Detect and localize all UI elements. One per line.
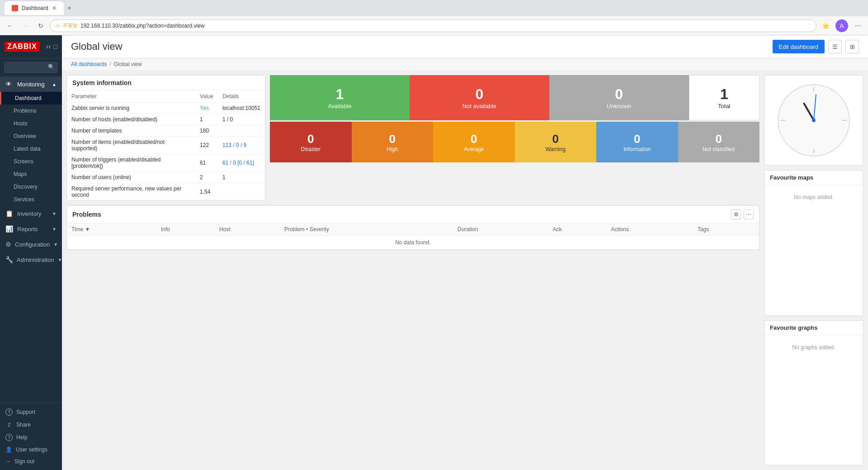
sidebar-item-reports[interactable]: 📊 Reports ▼ bbox=[0, 221, 62, 237]
sidebar-collapse-icon[interactable]: ‹‹ bbox=[46, 43, 51, 51]
problems-settings-icon[interactable]: ⚙ bbox=[731, 209, 741, 219]
sign-out-icon: → bbox=[5, 458, 11, 465]
refresh-button[interactable]: ↻ bbox=[34, 19, 47, 32]
sidebar-item-screens[interactable]: Screens bbox=[0, 155, 62, 168]
tile-label: Not available bbox=[462, 103, 496, 109]
configuration-arrow-icon: ▼ bbox=[53, 242, 58, 247]
host-availability-tiles: 1Available0Not available0Unknown1Total bbox=[270, 75, 760, 120]
sidebar-item-problems[interactable]: Problems bbox=[0, 104, 62, 117]
problems-col-problem---severity: Problem • Severity bbox=[280, 223, 453, 236]
grid-view-icon[interactable]: ⊞ bbox=[845, 40, 859, 53]
inventory-label: Inventory bbox=[17, 210, 41, 217]
sidebar-item-services[interactable]: Services bbox=[0, 193, 62, 206]
favourite-maps-title: Favourite maps bbox=[764, 171, 863, 185]
problems-col-info: Info bbox=[156, 223, 215, 236]
table-row: Number of items (enabled/disabled/not su… bbox=[67, 137, 265, 154]
problems-more-icon[interactable]: ⋯ bbox=[744, 209, 754, 219]
sidebar-item-sign-out[interactable]: → Sign out bbox=[0, 456, 62, 467]
system-info-panel: System information Parameter Value Detai… bbox=[66, 75, 265, 201]
problems-col-actions: Actions bbox=[607, 223, 693, 236]
administration-arrow-icon: ▼ bbox=[57, 257, 62, 262]
problems-col-tags: Tags bbox=[693, 223, 759, 236]
value-cell: 180 bbox=[195, 125, 218, 137]
tile-label: High bbox=[387, 146, 398, 152]
value-cell: 1.54 bbox=[195, 183, 218, 201]
browser-tab[interactable]: Dashboard ✕ bbox=[5, 1, 64, 15]
forward-button[interactable]: → bbox=[19, 19, 32, 32]
sidebar: ZABBIX ‹‹ □ 🔍 👁 Monitoring ▲ Dashboard P… bbox=[0, 35, 62, 470]
clock-panel bbox=[764, 75, 863, 166]
inventory-arrow-icon: ▼ bbox=[52, 211, 57, 216]
problems-empty-message: No data found. bbox=[67, 236, 759, 250]
tile-count: 0 bbox=[716, 132, 722, 146]
zabbix-logo: ZABBIX bbox=[5, 42, 40, 52]
list-view-icon[interactable]: ☰ bbox=[828, 40, 842, 53]
user-settings-icon: 👤 bbox=[5, 446, 12, 453]
tab-close-icon[interactable]: ✕ bbox=[52, 5, 57, 11]
sidebar-item-help[interactable]: ? Help bbox=[0, 431, 62, 444]
sidebar-monitoring-label: Monitoring bbox=[17, 81, 45, 88]
param-cell: Number of templates bbox=[67, 125, 195, 137]
details-cell bbox=[218, 183, 265, 201]
new-tab-icon[interactable]: + bbox=[67, 4, 71, 12]
sidebar-item-support[interactable]: ? Support bbox=[0, 406, 62, 418]
edit-dashboard-button[interactable]: Edit dashboard bbox=[773, 40, 825, 53]
page-title: Global view bbox=[71, 41, 123, 52]
sidebar-item-monitoring[interactable]: 👁 Monitoring ▲ bbox=[0, 76, 62, 92]
value-cell: Yes bbox=[195, 103, 218, 114]
problems-col-duration: Duration bbox=[453, 223, 548, 236]
back-button[interactable]: ← bbox=[4, 19, 16, 32]
table-row: Number of hosts (enabled/disabled)11 / 0 bbox=[67, 114, 265, 125]
share-icon: Z bbox=[5, 421, 13, 428]
profile-icon[interactable]: A bbox=[835, 19, 848, 32]
dashboard-label: Dashboard bbox=[15, 95, 42, 101]
clock-center-dot bbox=[812, 119, 816, 122]
main-content: Global view Edit dashboard ☰ ⊞ All dashb… bbox=[62, 35, 868, 470]
sidebar-item-share[interactable]: Z Share bbox=[0, 418, 62, 431]
address-bar[interactable]: ⚠ 不安全 192.168.110.30/zabbix.php?action=d… bbox=[50, 19, 816, 32]
administration-icon: 🔧 bbox=[5, 256, 13, 263]
sidebar-item-inventory[interactable]: 📋 Inventory ▼ bbox=[0, 206, 62, 221]
severity-tile-not-classified: 0Not classified bbox=[678, 122, 760, 162]
reports-icon: 📊 bbox=[5, 225, 14, 233]
tile-count: 0 bbox=[634, 132, 640, 146]
breadcrumb-current: Global view bbox=[114, 61, 142, 67]
address-text: 192.168.110.30/zabbix.php?action=dashboa… bbox=[80, 23, 205, 29]
clock-hour-hand bbox=[803, 102, 815, 121]
tile-label: Warning bbox=[546, 146, 566, 152]
severity-tile-warning: 0Warning bbox=[515, 122, 597, 162]
tile-count: 0 bbox=[471, 132, 477, 146]
sidebar-item-dashboard[interactable]: Dashboard bbox=[0, 92, 62, 104]
more-options-icon[interactable]: ⋯ bbox=[852, 19, 864, 32]
configuration-icon: ⚙ bbox=[5, 241, 11, 248]
sidebar-item-configuration[interactable]: ⚙ Configuration ▼ bbox=[0, 237, 62, 252]
clock-minute-hand bbox=[813, 94, 816, 120]
maps-label: Maps bbox=[14, 171, 27, 177]
breadcrumb-all-dashboards[interactable]: All dashboards bbox=[71, 61, 107, 67]
help-icon: ? bbox=[5, 434, 13, 441]
support-label: Support bbox=[16, 409, 35, 415]
param-cell: Number of users (online) bbox=[67, 172, 195, 183]
favourite-maps-panel: Favourite maps No maps added. bbox=[764, 170, 863, 316]
sidebar-pin-icon[interactable]: □ bbox=[54, 43, 57, 50]
services-label: Services bbox=[14, 196, 34, 203]
hosts-label: Hosts bbox=[14, 120, 28, 127]
sidebar-item-hosts[interactable]: Hosts bbox=[0, 117, 62, 130]
sidebar-item-overview[interactable]: Overview bbox=[0, 130, 62, 142]
problems-col-time[interactable]: Time ▼ bbox=[67, 223, 156, 236]
problems-header: Problems ⚙ ⋯ bbox=[67, 206, 759, 223]
sign-out-label: Sign out bbox=[14, 458, 34, 465]
browser-chrome: Dashboard ✕ + bbox=[0, 0, 868, 16]
security-warning-text: 不安全 bbox=[63, 22, 78, 29]
sidebar-item-latest-data[interactable]: Latest data bbox=[0, 142, 62, 155]
extensions-icon[interactable]: ⭐ bbox=[819, 19, 832, 32]
table-row: Number of templates180 bbox=[67, 125, 265, 137]
content-right: Favourite maps No maps added. Favourite … bbox=[764, 75, 863, 465]
sidebar-item-user-settings[interactable]: 👤 User settings bbox=[0, 444, 62, 456]
problems-table: Time ▼InfoHostProblem • SeverityDuration… bbox=[67, 223, 759, 250]
sidebar-item-administration[interactable]: 🔧 Administration ▼ bbox=[0, 252, 62, 267]
favourite-maps-empty: No maps added. bbox=[764, 185, 863, 209]
sidebar-item-discovery[interactable]: Discovery bbox=[0, 180, 62, 193]
details-cell: 113 / 0 / 9 bbox=[218, 137, 265, 154]
sidebar-item-maps[interactable]: Maps bbox=[0, 168, 62, 180]
